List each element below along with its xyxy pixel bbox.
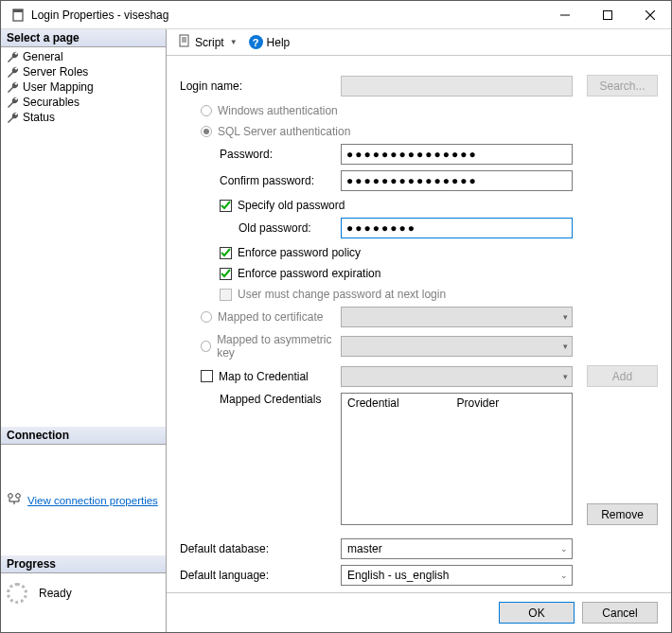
mapped-asym-combo: ▾ bbox=[341, 336, 573, 357]
progress-spinner-icon bbox=[7, 583, 27, 604]
checkbox-checked-icon bbox=[220, 268, 232, 280]
app-icon bbox=[10, 8, 26, 23]
help-button[interactable]: ? Help bbox=[245, 33, 294, 51]
old-password-label: Old password: bbox=[180, 221, 341, 235]
minimize-button[interactable] bbox=[543, 1, 586, 28]
wrench-icon bbox=[7, 51, 18, 62]
default-db-value: master bbox=[347, 542, 382, 555]
add-button: Add bbox=[587, 365, 658, 387]
enforce-policy-checkbox[interactable]: Enforce password policy bbox=[180, 244, 658, 261]
script-button[interactable]: Script ▼ bbox=[174, 32, 241, 52]
enforce-policy-label: Enforce password policy bbox=[238, 246, 361, 259]
login-name-label: Login name: bbox=[180, 79, 341, 93]
script-icon bbox=[178, 34, 191, 50]
help-label: Help bbox=[267, 36, 291, 49]
connection-header: Connection bbox=[1, 427, 166, 445]
view-connection-properties-link[interactable]: View connection properties bbox=[27, 495, 158, 506]
map-credential-label: Map to Credential bbox=[219, 370, 309, 383]
cancel-button[interactable]: Cancel bbox=[582, 602, 658, 624]
chevron-down-icon: ⌄ bbox=[560, 571, 568, 580]
mapped-credentials-table: Credential Provider bbox=[341, 393, 573, 525]
connection-section: View connection properties bbox=[1, 445, 166, 518]
sidebar-item-general[interactable]: General bbox=[1, 49, 166, 64]
wrench-icon bbox=[7, 66, 18, 78]
progress-header: Progress bbox=[1, 555, 166, 573]
sidebar: Select a page General Server Roles User … bbox=[1, 29, 167, 632]
maximize-button[interactable] bbox=[586, 1, 628, 28]
radio-icon bbox=[201, 311, 212, 323]
sql-auth-label: SQL Server authentication bbox=[218, 125, 350, 138]
col-provider: Provider bbox=[457, 396, 567, 410]
default-lang-combo[interactable]: English - us_english⌄ bbox=[341, 565, 573, 586]
window-controls bbox=[543, 1, 671, 28]
radio-icon bbox=[201, 105, 212, 116]
checkbox-checked-icon bbox=[220, 200, 232, 212]
must-change-label: User must change password at next login bbox=[238, 288, 446, 301]
svg-rect-3 bbox=[603, 10, 611, 19]
svg-rect-1 bbox=[13, 9, 23, 12]
enforce-expiration-label: Enforce password expiration bbox=[238, 267, 380, 280]
svg-line-4 bbox=[645, 10, 655, 20]
script-label: Script bbox=[195, 36, 224, 49]
confirm-password-input[interactable] bbox=[341, 170, 573, 191]
password-label: Password: bbox=[180, 148, 341, 161]
mapped-asym-label: Mapped to asymmetric key bbox=[217, 333, 341, 360]
radio-icon bbox=[201, 341, 211, 352]
progress-section: Ready bbox=[1, 573, 166, 632]
sidebar-label: Securables bbox=[23, 96, 80, 109]
sidebar-item-securables[interactable]: Securables bbox=[1, 95, 166, 110]
wrench-icon bbox=[7, 97, 18, 108]
password-input[interactable] bbox=[341, 144, 573, 165]
confirm-password-label: Confirm password: bbox=[180, 174, 341, 187]
svg-rect-9 bbox=[180, 35, 188, 46]
page-list: General Server Roles User Mapping Secura… bbox=[1, 47, 166, 127]
enforce-expiration-checkbox[interactable]: Enforce password expiration bbox=[180, 265, 658, 282]
progress-status: Ready bbox=[39, 587, 72, 600]
help-icon: ? bbox=[249, 35, 263, 49]
chevron-down-icon: ⌄ bbox=[560, 544, 568, 554]
default-lang-value: English - us_english bbox=[347, 569, 449, 582]
remove-button[interactable]: Remove bbox=[587, 503, 658, 525]
svg-point-7 bbox=[16, 494, 21, 499]
default-db-label: Default database: bbox=[180, 542, 341, 555]
content-pane: Script ▼ ? Help Login name: Search... bbox=[167, 29, 671, 632]
form-area: Login name: Search... Windows authentica… bbox=[167, 56, 671, 592]
mapped-credentials-label: Mapped Credentials bbox=[180, 393, 341, 406]
chevron-down-icon: ▾ bbox=[563, 312, 568, 322]
close-button[interactable] bbox=[628, 1, 671, 28]
window-title: Login Properties - viseshag bbox=[31, 9, 543, 22]
default-db-combo[interactable]: master⌄ bbox=[341, 538, 573, 559]
sidebar-label: General bbox=[23, 50, 63, 63]
sidebar-item-user-mapping[interactable]: User Mapping bbox=[1, 79, 166, 95]
old-password-input[interactable] bbox=[341, 218, 573, 238]
dialog-footer: OK Cancel bbox=[167, 592, 671, 632]
specify-old-label: Specify old password bbox=[238, 199, 345, 212]
svg-point-6 bbox=[9, 494, 13, 499]
toolbar: Script ▼ ? Help bbox=[167, 29, 671, 56]
sidebar-item-server-roles[interactable]: Server Roles bbox=[1, 64, 166, 79]
search-button: Search... bbox=[587, 75, 658, 97]
login-properties-window: Login Properties - viseshag Select a pag… bbox=[0, 0, 672, 633]
col-credential: Credential bbox=[347, 396, 457, 410]
mapped-cert-combo: ▾ bbox=[341, 307, 573, 327]
sidebar-label: User Mapping bbox=[23, 80, 94, 94]
network-icon bbox=[7, 492, 22, 508]
map-credential-combo: ▾ bbox=[341, 366, 573, 387]
specify-old-password-checkbox[interactable]: Specify old password bbox=[180, 197, 658, 214]
radio-icon bbox=[201, 126, 212, 137]
svg-line-5 bbox=[645, 10, 655, 20]
windows-auth-label: Windows authentication bbox=[218, 104, 338, 117]
must-change-checkbox: User must change password at next login bbox=[180, 286, 658, 303]
titlebar: Login Properties - viseshag bbox=[1, 1, 671, 29]
sidebar-item-status[interactable]: Status bbox=[1, 110, 166, 125]
mapped-cert-label: Mapped to certificate bbox=[218, 310, 323, 324]
login-name-input bbox=[341, 76, 573, 97]
chevron-down-icon: ▾ bbox=[563, 342, 568, 351]
ok-button[interactable]: OK bbox=[499, 602, 575, 624]
windows-auth-radio: Windows authentication bbox=[180, 102, 658, 119]
sql-auth-radio: SQL Server authentication bbox=[180, 123, 658, 140]
select-page-header: Select a page bbox=[1, 29, 166, 47]
checkbox-unchecked-icon bbox=[220, 289, 232, 301]
map-credential-checkbox[interactable] bbox=[201, 370, 213, 382]
dropdown-arrow-icon: ▼ bbox=[230, 38, 238, 46]
